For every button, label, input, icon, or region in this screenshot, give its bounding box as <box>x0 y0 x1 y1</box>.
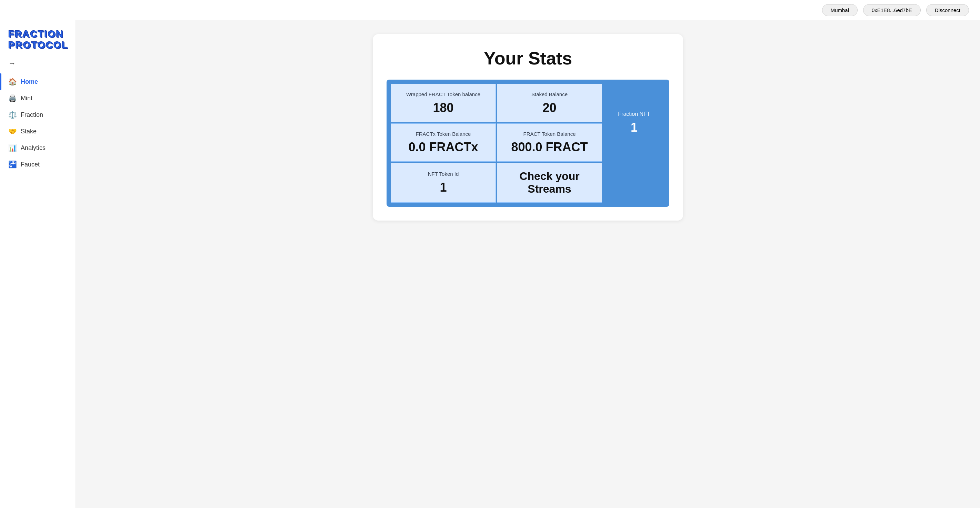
wrapped-fract-value: 180 <box>433 101 453 115</box>
mint-icon: 🖨️ <box>8 94 17 102</box>
staked-balance-cell: Staked Balance 20 <box>497 84 602 122</box>
home-icon: 🏠 <box>8 78 17 86</box>
layout: FRACTION PROTOCOL → 🏠 Home 🖨️ Mint ⚖️ Fr… <box>0 20 980 508</box>
fraction-nft-label: Fraction NFT <box>618 111 650 118</box>
wrapped-fract-label: Wrapped FRACT Token balance <box>406 91 480 98</box>
logo-line2: PROTOCOL <box>8 40 67 51</box>
sidebar-item-fraction[interactable]: ⚖️ Fraction <box>0 106 76 123</box>
stats-card: Your Stats Wrapped FRACT Token balance 1… <box>373 34 683 221</box>
fractx-token-cell: FRACTx Token Balance 0.0 FRACTx <box>391 123 496 162</box>
faucet-icon: 🚰 <box>8 160 17 168</box>
fract-token-label: FRACT Token Balance <box>523 131 576 138</box>
sidebar-item-analytics-label: Analytics <box>21 144 46 152</box>
wrapped-fract-cell: Wrapped FRACT Token balance 180 <box>391 84 496 122</box>
sidebar-item-mint[interactable]: 🖨️ Mint <box>0 90 76 106</box>
nft-token-id-value: 1 <box>440 180 447 195</box>
logo: FRACTION PROTOCOL <box>0 29 76 59</box>
sidebar-item-fraction-label: Fraction <box>21 111 43 119</box>
network-button[interactable]: Mumbai <box>822 4 858 16</box>
sidebar-arrow: → <box>0 59 76 73</box>
stats-grid: Wrapped FRACT Token balance 180 Staked B… <box>391 84 665 203</box>
address-button[interactable]: 0xE1E8...6ed7bE <box>863 4 921 16</box>
check-streams-label[interactable]: Check your Streams <box>503 170 596 195</box>
stats-title: Your Stats <box>387 48 669 68</box>
sidebar: FRACTION PROTOCOL → 🏠 Home 🖨️ Mint ⚖️ Fr… <box>0 20 76 508</box>
stats-grid-outer: Wrapped FRACT Token balance 180 Staked B… <box>387 79 669 207</box>
logo-line1: FRACTION <box>8 29 67 40</box>
analytics-icon: 📊 <box>8 144 17 152</box>
check-streams-cell[interactable]: Check your Streams <box>497 163 602 203</box>
sidebar-item-analytics[interactable]: 📊 Analytics <box>0 140 76 156</box>
staked-balance-label: Staked Balance <box>531 91 568 98</box>
fract-token-value: 800.0 FRACT <box>511 140 588 154</box>
stake-icon: 🤝 <box>8 127 17 135</box>
fraction-nft-value: 1 <box>631 120 638 135</box>
fract-token-cell: FRACT Token Balance 800.0 FRACT <box>497 123 602 162</box>
sidebar-item-faucet-label: Faucet <box>21 161 40 168</box>
main-content: Your Stats Wrapped FRACT Token balance 1… <box>76 20 980 508</box>
staked-balance-value: 20 <box>542 101 556 115</box>
fraction-icon: ⚖️ <box>8 111 17 119</box>
sidebar-item-stake[interactable]: 🤝 Stake <box>0 123 76 140</box>
fraction-nft-cell: Fraction NFT 1 <box>603 84 665 162</box>
sidebar-item-mint-label: Mint <box>21 95 32 102</box>
nft-token-id-cell: NFT Token Id 1 <box>391 163 496 203</box>
header: Mumbai 0xE1E8...6ed7bE Disconnect <box>0 0 980 20</box>
sidebar-item-faucet[interactable]: 🚰 Faucet <box>0 156 76 173</box>
disconnect-button[interactable]: Disconnect <box>926 4 969 16</box>
nft-token-id-label: NFT Token Id <box>428 171 459 178</box>
fractx-token-label: FRACTx Token Balance <box>416 131 471 138</box>
sidebar-item-home-label: Home <box>21 78 38 86</box>
sidebar-item-stake-label: Stake <box>21 128 37 135</box>
fractx-token-value: 0.0 FRACTx <box>408 140 478 154</box>
sidebar-item-home[interactable]: 🏠 Home <box>0 73 76 90</box>
